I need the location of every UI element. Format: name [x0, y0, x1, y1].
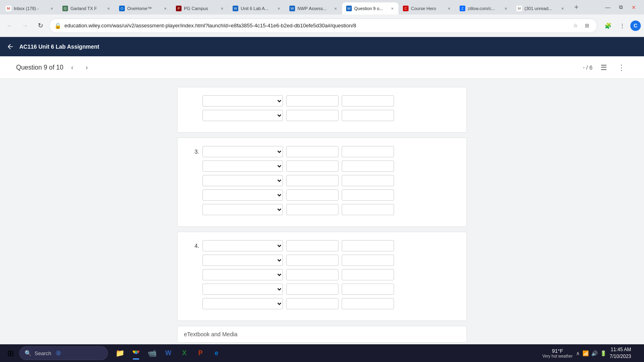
taskbar-right: 91°F Very hot weather ∧ 📶 🔊 🔋 11:45 AM 7… — [543, 346, 641, 360]
row-select[interactable] — [202, 110, 283, 121]
row-input-4-3b[interactable] — [342, 269, 394, 280]
edge-icon: e — [215, 350, 219, 357]
row-input-4-5b[interactable] — [342, 298, 394, 309]
row-input-1[interactable] — [286, 110, 339, 121]
row-input-4-5a[interactable] — [286, 298, 339, 309]
question-nav-left: Question 9 of 10 ‹ › — [16, 62, 92, 73]
weather-temp: 91°F — [552, 348, 563, 354]
tab-unit6[interactable]: W Unit 6 Lab A... × — [229, 2, 285, 14]
row-input-3-5b[interactable] — [342, 204, 394, 215]
row-select-4-2[interactable] — [202, 255, 283, 266]
weather-widget: 91°F Very hot weather — [543, 348, 573, 358]
row-input-3-4a[interactable] — [286, 189, 339, 201]
tab-inbox2[interactable]: M (301 unread... × — [512, 2, 569, 14]
tab-q9[interactable]: W Question 9 o... × — [342, 2, 398, 14]
section-3-rows: 3. — [187, 146, 457, 215]
tab-close-nwp[interactable]: × — [334, 5, 338, 12]
taskbar-app-edge[interactable]: e — [209, 346, 224, 360]
row-input-3-1a[interactable] — [286, 146, 339, 157]
tab-close-pg[interactable]: × — [220, 5, 224, 12]
system-clock[interactable]: 11:45 AM 7/10/2023 — [610, 346, 631, 360]
tab-close-zillow[interactable]: × — [504, 5, 508, 12]
tab-gmail[interactable]: M Inbox (178) - × — [2, 2, 58, 14]
row-input-2[interactable] — [342, 95, 394, 107]
back-nav-button[interactable]: ← — [3, 19, 16, 32]
row-input-4-2a[interactable] — [286, 255, 339, 266]
tab-close-q9[interactable]: × — [390, 5, 394, 12]
row-select-3-3[interactable] — [202, 175, 283, 186]
url-bar[interactable]: 🔒 education.wiley.com/was/ui/v2/assessme… — [49, 19, 597, 33]
row-select-4-3[interactable] — [202, 269, 283, 280]
row-input-3-1b[interactable] — [342, 146, 394, 157]
show-desktop-button[interactable] — [634, 346, 638, 360]
start-button[interactable]: ⊞ — [3, 346, 18, 360]
row-input-4-4a[interactable] — [286, 284, 339, 295]
row-input-4-4b[interactable] — [342, 284, 394, 295]
tab-close-garland[interactable]: × — [107, 5, 111, 12]
row-select-4-1[interactable] — [202, 240, 283, 251]
bookmark-icon[interactable]: ☆ — [570, 21, 581, 31]
row-input-4-2b[interactable] — [342, 255, 394, 266]
tab-close-onehome[interactable]: × — [163, 5, 167, 12]
row-input-3-3b[interactable] — [342, 175, 394, 186]
row-input-2[interactable] — [342, 110, 394, 121]
row-select-3-2[interactable] — [202, 160, 283, 172]
tab-close-inbox2[interactable]: × — [561, 5, 565, 12]
network-icon[interactable]: 📶 — [582, 350, 589, 356]
battery-icon[interactable]: 🔋 — [600, 350, 607, 356]
top-rows — [187, 95, 457, 121]
row-input-3-2b[interactable] — [342, 160, 394, 172]
row-input-3-3a[interactable] — [286, 175, 339, 186]
close-button[interactable]: ✕ — [628, 2, 639, 13]
extensions-icon[interactable]: ⊞ — [582, 21, 592, 31]
row-select-3-5[interactable] — [202, 204, 283, 215]
tab-close-unit6[interactable]: × — [277, 5, 281, 12]
profile-button[interactable]: C — [630, 21, 641, 31]
taskbar-app-powerpoint[interactable]: P — [193, 346, 208, 360]
back-to-assignments-button[interactable] — [6, 43, 14, 51]
tab-pg[interactable]: P PG Campus × — [172, 2, 228, 14]
prev-question-button[interactable]: ‹ — [66, 62, 78, 73]
chevron-up-icon[interactable]: ∧ — [576, 350, 580, 356]
taskbar-search[interactable]: 🔍 Search Ⓑ — [19, 346, 108, 360]
extensions-button[interactable]: 🧩 — [601, 19, 614, 32]
tab-favicon-pg: P — [176, 6, 182, 11]
row-input-4-1b[interactable] — [342, 240, 394, 251]
forward-nav-button[interactable]: → — [19, 19, 31, 32]
browser-frame: M Inbox (178) - × G Garland TX F × O One… — [0, 0, 644, 362]
tab-close-gmail[interactable]: × — [50, 5, 54, 12]
row-select-3-4[interactable] — [202, 189, 283, 201]
row-select[interactable] — [202, 95, 283, 107]
tab-zillow[interactable]: Z zillow.com/c... × — [456, 2, 512, 14]
row-input-3-4b[interactable] — [342, 189, 394, 201]
more-button[interactable]: ⋮ — [616, 19, 629, 32]
taskbar-app-word[interactable]: W — [161, 346, 175, 360]
tab-nwp[interactable]: W NWP Assess... × — [285, 2, 342, 14]
tab-onehome[interactable]: O OneHome™ × — [115, 2, 171, 14]
restore-button[interactable]: ⧉ — [615, 2, 626, 13]
sound-icon[interactable]: 🔊 — [591, 350, 598, 356]
taskbar-apps: 📁 📹 W X P e — [113, 346, 224, 360]
tab-coursehero[interactable]: C Course Hero × — [399, 2, 455, 14]
row-select-3-1[interactable] — [202, 146, 283, 157]
row-input-3-2a[interactable] — [286, 160, 339, 172]
minimize-button[interactable]: — — [602, 2, 613, 13]
row-input-4-3a[interactable] — [286, 269, 339, 280]
row-select-4-4[interactable] — [202, 284, 283, 295]
next-question-button[interactable]: › — [81, 62, 92, 73]
tab-label-nwp: NWP Assess... — [297, 6, 331, 11]
taskbar-app-chrome[interactable] — [129, 346, 143, 360]
new-tab-button[interactable]: + — [571, 2, 582, 13]
taskbar-app-excel[interactable]: X — [177, 346, 192, 360]
row-select-4-5[interactable] — [202, 298, 283, 309]
reload-button[interactable]: ↻ — [34, 19, 47, 32]
tab-close-coursehero[interactable]: × — [447, 5, 451, 12]
taskbar-app-teams[interactable]: 📹 — [145, 346, 159, 360]
tab-garland[interactable]: G Garland TX F × — [58, 2, 115, 14]
row-input-4-1a[interactable] — [286, 240, 339, 251]
taskbar-app-file-explorer[interactable]: 📁 — [113, 346, 127, 360]
row-input-1[interactable] — [286, 95, 339, 107]
row-input-3-5a[interactable] — [286, 204, 339, 215]
more-options-button[interactable]: ⋮ — [615, 61, 628, 74]
question-list-button[interactable]: ☰ — [597, 61, 610, 74]
